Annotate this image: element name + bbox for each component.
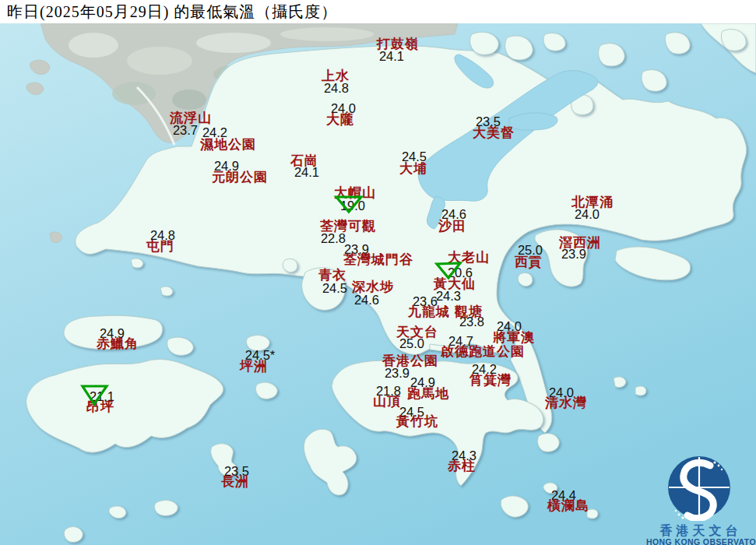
title-bar: 昨日(2025年05月29日) 的最低氣溫（攝氏度） — [0, 0, 756, 23]
hko-logo-name-chinese: 香港天文台 — [646, 525, 755, 537]
weather-map-stage: 24.1打鼓嶺24.8上水24.0大隴23.7流浮山24.2濕地公園24.9元朗… — [0, 0, 756, 545]
page-title: 昨日(2025年05月29日) 的最低氣溫（攝氏度） — [0, 0, 756, 23]
hongkong-map — [0, 0, 756, 545]
hko-logo-name-english: HONG KONG OBSERVATORY — [646, 537, 755, 545]
hko-logo: 香港天文台 HONG KONG OBSERVATORY — [646, 455, 755, 543]
hko-logo-icon — [646, 455, 755, 521]
